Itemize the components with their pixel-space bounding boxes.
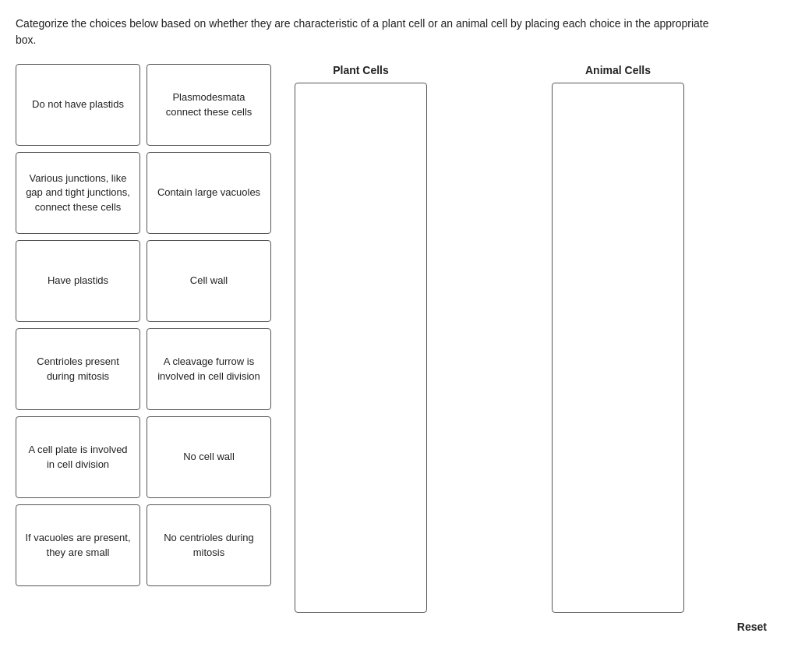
choice-card-c1[interactable]: Do not have plastids [16,64,140,146]
bottom-bar: Reset [16,621,782,633]
animal-cells-label: Animal Cells [585,64,651,76]
choice-card-c8[interactable]: A cleavage furrow is involved in cell di… [147,328,271,410]
choice-card-c10[interactable]: No cell wall [147,416,271,498]
plant-cells-drop-zone[interactable] [295,83,427,613]
choice-card-c11[interactable]: If vacuoles are present, they are small [16,504,140,586]
choices-grid: Do not have plastidsPlasmodesmata connec… [16,64,271,586]
animal-cells-container: Animal Cells [552,64,684,613]
choice-card-c12[interactable]: No centrioles during mitosis [147,504,271,586]
choice-card-c4[interactable]: Contain large vacuoles [147,152,271,234]
plant-cells-container: Plant Cells [295,64,427,613]
plant-cells-label: Plant Cells [333,64,389,76]
choice-card-c9[interactable]: A cell plate is involved in cell divisio… [16,416,140,498]
choice-card-c6[interactable]: Cell wall [147,240,271,322]
drop-zones: Plant Cells Animal Cells [295,64,684,613]
instructions: Categorize the choices below based on wh… [16,16,717,48]
reset-button[interactable]: Reset [737,621,767,633]
choice-card-c7[interactable]: Centrioles present during mitosis [16,328,140,410]
main-layout: Do not have plastidsPlasmodesmata connec… [16,64,782,613]
choice-card-c5[interactable]: Have plastids [16,240,140,322]
animal-cells-drop-zone[interactable] [552,83,684,613]
choice-card-c2[interactable]: Plasmodesmata connect these cells [147,64,271,146]
choice-card-c3[interactable]: Various junctions, like gap and tight ju… [16,152,140,234]
